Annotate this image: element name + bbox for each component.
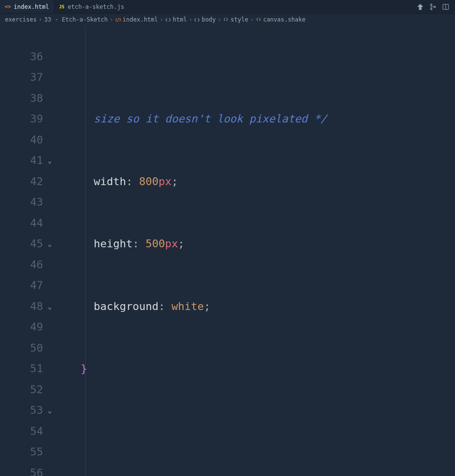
fold-chevron-icon[interactable]: ⌄ <box>48 400 52 421</box>
svg-point-0 <box>431 4 432 5</box>
line-number: 42 <box>0 171 43 192</box>
code-line[interactable] <box>55 421 455 442</box>
editor-area[interactable]: 36 37 38 39 40 41⌄ 42 43 44 45⌄ 46 47 48… <box>0 25 455 476</box>
js-file-icon: JS <box>59 4 65 10</box>
line-number: 51 <box>0 358 43 380</box>
code-line[interactable]: } <box>55 358 455 380</box>
fold-chevron-icon[interactable]: ⌄ <box>48 234 52 255</box>
line-number: 49 <box>0 317 43 338</box>
crumb-html[interactable]: html <box>165 16 187 23</box>
crumb-label: html <box>173 16 187 23</box>
crumb-label: body <box>202 16 216 23</box>
crumb-folder[interactable]: 33 - Etch-a-Sketch <box>44 16 108 23</box>
crumb-file[interactable]: index.html <box>115 16 158 23</box>
line-number: 44 <box>0 213 43 234</box>
tab-label: index.html <box>14 3 49 10</box>
titlebar-actions <box>417 0 455 13</box>
line-number-gutter: 36 37 38 39 40 41⌄ 42 43 44 45⌄ 46 47 48… <box>0 25 55 476</box>
line-number: 38 <box>0 88 43 109</box>
code-line[interactable]: background: white; <box>55 296 455 317</box>
line-number: 47 <box>0 275 43 296</box>
svg-point-1 <box>431 8 432 9</box>
line-number: 54 <box>0 421 43 442</box>
line-number: 50 <box>0 338 43 359</box>
crumb-label: index.html <box>123 16 158 23</box>
diff-icon[interactable] <box>417 3 424 10</box>
tab-bar: <> index.html JS etch-a-sketch.js <box>0 0 455 14</box>
code-line[interactable]: width: 800px; <box>55 171 455 192</box>
comment-text: size so it doesn't look pixelated */ <box>93 113 327 125</box>
crumb-style[interactable]: style <box>223 16 248 23</box>
line-number: 40 <box>0 130 43 151</box>
source-control-icon[interactable] <box>430 3 436 10</box>
line-number: 36 <box>0 47 43 68</box>
line-number: 41⌄ <box>0 150 43 171</box>
line-number: 52 <box>0 380 43 401</box>
line-number: 53⌄ <box>0 400 43 421</box>
tab-etch-a-sketch-js[interactable]: JS etch-a-sketch.js <box>54 0 129 13</box>
chevron-right-icon: › <box>218 16 221 23</box>
svg-point-2 <box>434 6 435 7</box>
crumb-exercises[interactable]: exercises <box>5 16 37 23</box>
code-line[interactable]: height: 500px; <box>55 234 455 255</box>
code-line[interactable]: size so it doesn't look pixelated */ <box>55 109 455 130</box>
line-number: 46 <box>0 255 43 276</box>
breadcrumb[interactable]: exercises › 33 - Etch-a-Sketch › index.h… <box>0 14 455 25</box>
line-number: 43 <box>0 192 43 213</box>
chevron-right-icon: › <box>250 16 253 23</box>
crumb-body[interactable]: body <box>194 16 216 23</box>
line-number: 48⌄ <box>0 296 43 317</box>
html-file-icon: <> <box>5 4 11 10</box>
line-number: 55 <box>0 442 43 463</box>
crumb-label: canvas.shake <box>263 16 306 23</box>
chevron-right-icon: › <box>189 16 192 23</box>
chevron-right-icon: › <box>160 16 163 23</box>
crumb-selector[interactable]: canvas.shake <box>256 16 306 23</box>
chevron-right-icon: › <box>39 16 42 23</box>
chevron-right-icon: › <box>110 16 113 23</box>
fold-chevron-icon[interactable]: ⌄ <box>48 296 52 317</box>
fold-chevron-icon[interactable]: ⌄ <box>48 150 52 171</box>
tab-label: etch-a-sketch.js <box>68 3 124 10</box>
line-number: 37 <box>0 67 43 88</box>
code-area[interactable]: size so it doesn't look pixelated */ wid… <box>55 25 455 476</box>
tab-index-html[interactable]: <> index.html <box>0 0 54 13</box>
line-number <box>0 25 43 47</box>
line-number: 45⌄ <box>0 234 43 255</box>
crumb-label: style <box>230 16 248 23</box>
line-number: 56 <box>0 463 43 476</box>
split-editor-icon[interactable] <box>442 3 449 10</box>
line-number: 39 <box>0 109 43 130</box>
